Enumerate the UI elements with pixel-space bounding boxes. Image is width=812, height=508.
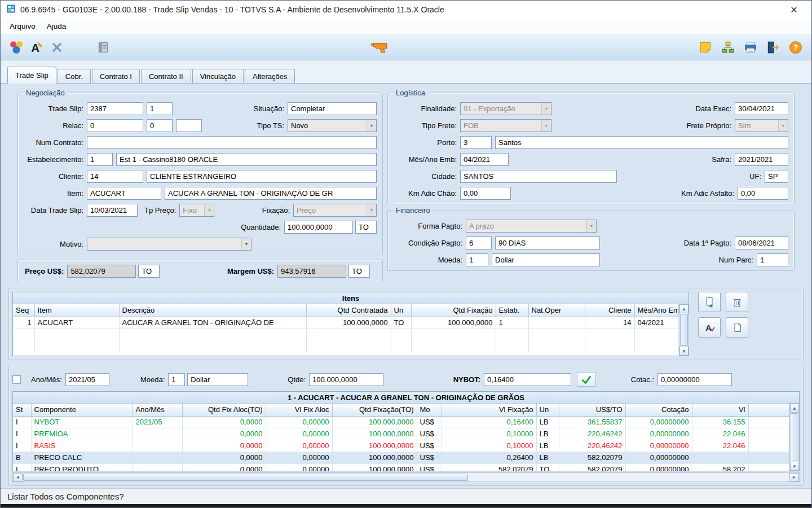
- col-un2[interactable]: Un: [536, 404, 559, 416]
- safra-input[interactable]: 2021/2021: [735, 153, 788, 166]
- col-vl-fixacao[interactable]: Vl Fixação: [442, 404, 536, 416]
- cancel-button[interactable]: [47, 37, 67, 58]
- cell[interactable]: NYBOT: [31, 416, 133, 428]
- col-qtd-fixacao[interactable]: Qtd Fixação(TO): [332, 404, 417, 416]
- cell[interactable]: [748, 428, 789, 440]
- cell[interactable]: 1: [13, 317, 34, 329]
- cell[interactable]: 14: [585, 317, 634, 329]
- relac-3-input[interactable]: [176, 119, 202, 132]
- tp-preco-select[interactable]: Fixo ▼: [179, 204, 214, 217]
- mes-ano-emb-input[interactable]: 04/2021: [460, 153, 509, 166]
- condicao-pagto-input[interactable]: 6: [466, 237, 492, 249]
- data-1-pagto-input[interactable]: 08/06/2021: [735, 237, 788, 249]
- delete-record-button[interactable]: [726, 292, 748, 312]
- situacao-input[interactable]: Completar: [288, 102, 377, 115]
- related-features-button[interactable]: [6, 37, 27, 58]
- quantidade-input[interactable]: 100.000,0000: [284, 221, 353, 234]
- preco-un-input[interactable]: TO: [138, 265, 160, 278]
- cell[interactable]: LB: [536, 440, 559, 452]
- col-estab[interactable]: Estab.: [496, 304, 528, 317]
- cell[interactable]: 0,10000: [442, 428, 536, 440]
- cell[interactable]: 100.000,0000: [332, 428, 417, 440]
- cell[interactable]: BASIS: [31, 440, 133, 452]
- cell[interactable]: B: [13, 452, 31, 463]
- relac-1-input[interactable]: 0: [87, 119, 143, 132]
- cell[interactable]: 100.000,0000: [306, 317, 391, 329]
- cell[interactable]: 582,02079: [559, 463, 625, 471]
- cell[interactable]: 100.000,0000: [332, 452, 417, 463]
- cell[interactable]: 0,00000: [266, 416, 332, 428]
- porto-input[interactable]: 3: [460, 136, 492, 149]
- tab-trade-slip[interactable]: Trade Slip: [7, 67, 56, 84]
- horizontal-scrollbar[interactable]: ◄ ►: [12, 472, 800, 482]
- cell[interactable]: 2021/05: [133, 416, 182, 428]
- cell[interactable]: 0,0000: [182, 452, 266, 463]
- col-mo[interactable]: Mo: [417, 404, 442, 416]
- cell[interactable]: 100.000,0000: [411, 317, 496, 329]
- uf-input[interactable]: SP: [765, 170, 788, 183]
- moeda-input[interactable]: 1: [466, 253, 488, 266]
- item-desc-input[interactable]: ACUCAR A GRANEL TON - ORIGINAÇÃO DE GR: [165, 187, 377, 200]
- cell[interactable]: [133, 428, 182, 440]
- cell[interactable]: [748, 440, 789, 452]
- col-cotacao[interactable]: Cotação: [625, 404, 692, 416]
- fixacao-select[interactable]: Preço ▼: [293, 204, 377, 217]
- cell[interactable]: [748, 416, 789, 428]
- copy-record-button[interactable]: [698, 292, 721, 312]
- col-descricao[interactable]: Descrição: [119, 304, 306, 317]
- margem-un-input[interactable]: TO: [348, 265, 370, 278]
- cell[interactable]: PREMIOA: [31, 428, 133, 440]
- cell[interactable]: US$: [417, 463, 442, 471]
- cell[interactable]: [133, 463, 182, 471]
- cell[interactable]: 361,55837: [559, 416, 625, 428]
- col-qtd-contratada[interactable]: Qtd Contratada: [306, 304, 391, 317]
- cell[interactable]: 100.000,0000: [332, 416, 417, 428]
- cell[interactable]: 0,00000000: [625, 440, 692, 452]
- cell[interactable]: 0,00000000: [625, 416, 692, 428]
- cell[interactable]: 100.000,0000: [332, 440, 417, 452]
- moeda-bar-input[interactable]: 1: [168, 373, 185, 386]
- cell[interactable]: 0,0000: [182, 416, 266, 428]
- cell[interactable]: I: [13, 416, 31, 428]
- finalidade-select[interactable]: 01 - Exportação ▼: [460, 102, 551, 115]
- cell[interactable]: TO: [391, 317, 411, 329]
- hierarchy-button[interactable]: [718, 37, 738, 58]
- col-cliente[interactable]: Cliente: [585, 304, 634, 317]
- cell[interactable]: I: [13, 463, 31, 471]
- cell[interactable]: 0,00000: [266, 463, 332, 471]
- cell[interactable]: 0,16400: [442, 416, 536, 428]
- scroll-down-button[interactable]: ▼: [790, 462, 799, 471]
- cell[interactable]: 0,00000000: [625, 428, 692, 440]
- tab-alteracoes[interactable]: Alterações: [245, 69, 295, 83]
- num-contrato-input[interactable]: [87, 136, 377, 149]
- table-row[interactable]: IBASIS0,00000,00000100.000,0000US$0,1000…: [13, 440, 789, 452]
- trade-slip-seq-input[interactable]: 1: [147, 102, 173, 115]
- porto-desc-input[interactable]: Santos: [495, 136, 788, 149]
- cell[interactable]: [692, 452, 748, 463]
- menu-ajuda[interactable]: Ajuda: [41, 22, 72, 30]
- cell[interactable]: PRECO PRODUTO: [31, 463, 133, 471]
- cell[interactable]: 0,00000: [266, 452, 332, 463]
- col-un[interactable]: Un: [391, 304, 411, 317]
- cliente-desc-input[interactable]: CLIENTE ESTRANGEIRO: [147, 170, 377, 183]
- km-adic-asfalto-input[interactable]: 0,00: [738, 187, 788, 200]
- tab-contrato-1[interactable]: Contrato I: [92, 69, 140, 83]
- col-nat-oper[interactable]: Nat.Oper: [528, 304, 585, 317]
- col-qtd-fixacao[interactable]: Qtd Fixação: [411, 304, 496, 317]
- cell[interactable]: 100.000,0000: [332, 463, 417, 471]
- itens-vertical-scrollbar[interactable]: ▲ ▼: [679, 304, 689, 356]
- scrollbar-thumb[interactable]: [791, 413, 798, 461]
- cell[interactable]: 0,00000000: [625, 452, 692, 463]
- table-row[interactable]: INYBOT2021/050,00000,00000100.000,0000US…: [13, 416, 789, 428]
- edit-record-button[interactable]: A: [698, 317, 721, 338]
- cell[interactable]: 04/2021: [634, 317, 679, 329]
- motivo-select[interactable]: ▼: [87, 238, 251, 251]
- tab-vinculacao[interactable]: Vinculação: [192, 69, 244, 83]
- cell[interactable]: ACUCART: [34, 317, 119, 329]
- tab-contrato-2[interactable]: Contrato II: [141, 69, 191, 83]
- col-usd-to[interactable]: US$/TO: [559, 404, 625, 416]
- menu-arquivo[interactable]: Arquivo: [4, 22, 41, 30]
- cell[interactable]: 0,00000: [266, 440, 332, 452]
- print-button[interactable]: [740, 37, 761, 58]
- ano-mes-input[interactable]: 2021/05: [65, 373, 109, 386]
